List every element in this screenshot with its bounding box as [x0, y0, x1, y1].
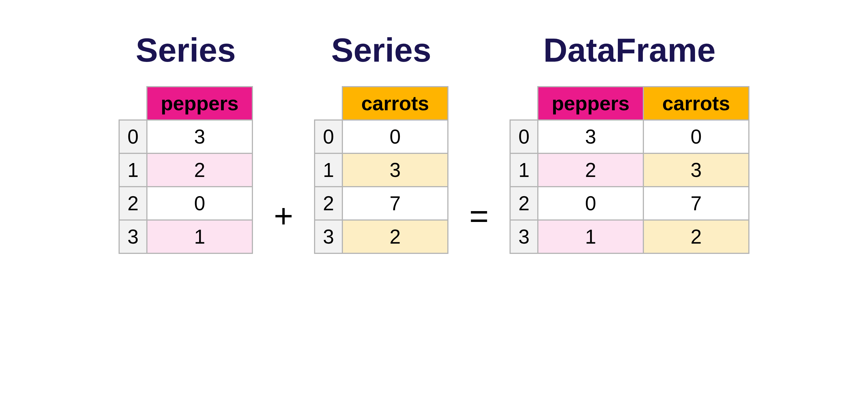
cell-value: 0 — [147, 187, 252, 220]
cell-value: 3 — [342, 153, 448, 187]
row-index: 3 — [510, 220, 538, 253]
operator-plus: + — [270, 197, 298, 235]
row-index: 2 — [315, 187, 342, 220]
cell-value: 3 — [643, 153, 749, 187]
column-header-peppers: peppers — [538, 87, 643, 120]
series-carrots-table: carrots 0 0 1 3 2 7 3 2 — [314, 86, 448, 254]
cell-value: 0 — [538, 187, 643, 220]
row-index: 2 — [510, 187, 538, 220]
cell-value: 0 — [342, 120, 448, 153]
column-header-peppers: peppers — [147, 87, 252, 120]
diagram-row: Series peppers 0 3 1 2 2 0 — [0, 33, 868, 254]
corner-blank — [315, 87, 342, 120]
row-index: 1 — [510, 153, 538, 187]
title-series-2: Series — [331, 33, 431, 67]
row-index: 1 — [119, 153, 147, 187]
cell-value: 3 — [147, 120, 252, 153]
row-index: 1 — [315, 153, 342, 187]
cell-value: 3 — [538, 120, 643, 153]
diagram-canvas: Series peppers 0 3 1 2 2 0 — [0, 0, 868, 395]
row-index: 0 — [510, 120, 538, 153]
series-peppers-block: Series peppers 0 3 1 2 2 0 — [119, 33, 253, 254]
corner-blank — [510, 87, 538, 120]
title-series-1: Series — [136, 33, 236, 67]
series-peppers-table: peppers 0 3 1 2 2 0 3 1 — [119, 86, 253, 254]
row-index: 3 — [119, 220, 147, 253]
row-index: 0 — [315, 120, 342, 153]
row-index: 0 — [119, 120, 147, 153]
corner-blank — [119, 87, 147, 120]
operator-equals: = — [465, 197, 493, 235]
cell-value: 1 — [147, 220, 252, 253]
row-index: 2 — [119, 187, 147, 220]
cell-value: 2 — [342, 220, 448, 253]
series-carrots-block: Series carrots 0 0 1 3 2 7 — [314, 33, 448, 254]
cell-value: 2 — [147, 153, 252, 187]
column-header-carrots: carrots — [643, 87, 749, 120]
cell-value: 1 — [538, 220, 643, 253]
cell-value: 2 — [643, 220, 749, 253]
cell-value: 2 — [538, 153, 643, 187]
cell-value: 7 — [342, 187, 448, 220]
column-header-carrots: carrots — [342, 87, 448, 120]
title-dataframe: DataFrame — [544, 33, 716, 67]
cell-value: 0 — [643, 120, 749, 153]
row-index: 3 — [315, 220, 342, 253]
dataframe-table: peppers carrots 0 3 0 1 2 3 2 0 7 — [509, 86, 749, 254]
dataframe-block: DataFrame peppers carrots 0 3 0 1 2 3 — [509, 33, 749, 254]
cell-value: 7 — [643, 187, 749, 220]
